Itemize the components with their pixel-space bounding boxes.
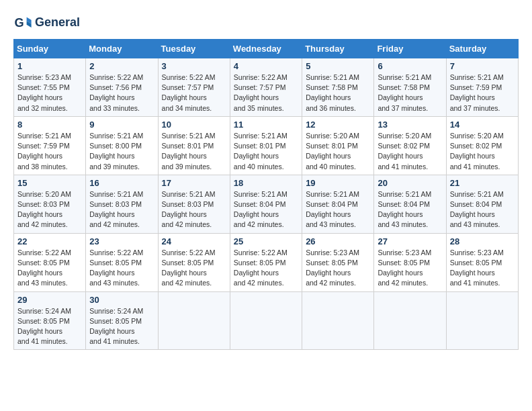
day-info: Sunrise: 5:21 AMSunset: 8:04 PMDaylight … [378, 189, 442, 230]
day-info: Sunrise: 5:21 AMSunset: 7:59 PMDaylight … [450, 73, 515, 113]
day-info: Sunrise: 5:21 AMSunset: 8:04 PMDaylight … [306, 189, 370, 230]
calendar-cell: 27 Sunrise: 5:23 AMSunset: 8:05 PMDaylig… [374, 233, 446, 291]
day-info: Sunrise: 5:22 AMSunset: 7:57 PMDaylight … [162, 73, 226, 113]
weekday-header: Thursday [302, 40, 374, 58]
day-info: Sunrise: 5:21 AMSunset: 7:58 PMDaylight … [306, 73, 370, 113]
day-info: Sunrise: 5:21 AMSunset: 8:04 PMDaylight … [234, 189, 298, 230]
calendar-week-row: 8 Sunrise: 5:21 AMSunset: 7:59 PMDayligh… [14, 116, 519, 175]
day-number: 1 [17, 61, 82, 71]
calendar-cell: 9 Sunrise: 5:21 AMSunset: 8:00 PMDayligh… [86, 116, 158, 175]
day-number: 27 [378, 236, 442, 246]
day-info: Sunrise: 5:21 AMSunset: 8:00 PMDaylight … [89, 131, 154, 172]
calendar-cell: 20 Sunrise: 5:21 AMSunset: 8:04 PMDaylig… [374, 175, 446, 233]
day-number: 18 [234, 178, 298, 188]
calendar-cell: 1 Sunrise: 5:23 AMSunset: 7:55 PMDayligh… [14, 58, 86, 117]
day-info: Sunrise: 5:20 AMSunset: 8:02 PMDaylight … [450, 131, 515, 172]
day-info: Sunrise: 5:24 AMSunset: 8:05 PMDaylight … [89, 306, 154, 347]
day-info: Sunrise: 5:22 AMSunset: 7:57 PMDaylight … [234, 73, 298, 113]
calendar-cell: 28 Sunrise: 5:23 AMSunset: 8:05 PMDaylig… [446, 233, 518, 291]
calendar-cell: 26 Sunrise: 5:23 AMSunset: 8:05 PMDaylig… [302, 233, 374, 291]
calendar-week-row: 15 Sunrise: 5:20 AMSunset: 8:03 PMDaylig… [14, 175, 519, 233]
calendar-table: SundayMondayTuesdayWednesdayThursdayFrid… [13, 39, 519, 350]
calendar-cell [302, 291, 374, 350]
day-info: Sunrise: 5:22 AMSunset: 8:05 PMDaylight … [234, 248, 298, 289]
calendar-cell: 10 Sunrise: 5:21 AMSunset: 8:01 PMDaylig… [158, 116, 230, 175]
calendar-cell: 21 Sunrise: 5:21 AMSunset: 8:04 PMDaylig… [446, 175, 518, 233]
day-number: 24 [162, 236, 226, 246]
day-info: Sunrise: 5:21 AMSunset: 7:58 PMDaylight … [378, 73, 442, 113]
calendar-cell: 25 Sunrise: 5:22 AMSunset: 8:05 PMDaylig… [230, 233, 302, 291]
day-number: 3 [162, 61, 226, 71]
calendar-cell: 2 Sunrise: 5:22 AMSunset: 7:56 PMDayligh… [86, 58, 158, 117]
day-number: 16 [89, 178, 154, 188]
day-info: Sunrise: 5:20 AMSunset: 8:01 PMDaylight … [306, 131, 370, 172]
day-number: 4 [234, 61, 298, 71]
calendar-cell: 23 Sunrise: 5:22 AMSunset: 8:05 PMDaylig… [86, 233, 158, 291]
day-number: 22 [17, 236, 82, 246]
calendar-cell: 13 Sunrise: 5:20 AMSunset: 8:02 PMDaylig… [374, 116, 446, 175]
day-number: 20 [378, 178, 442, 188]
calendar-week-row: 22 Sunrise: 5:22 AMSunset: 8:05 PMDaylig… [14, 233, 519, 291]
day-info: Sunrise: 5:22 AMSunset: 8:05 PMDaylight … [89, 248, 154, 289]
weekday-header: Tuesday [158, 40, 230, 58]
day-number: 15 [17, 178, 82, 188]
calendar-cell: 17 Sunrise: 5:21 AMSunset: 8:03 PMDaylig… [158, 175, 230, 233]
day-number: 21 [450, 178, 515, 188]
calendar-cell [230, 291, 302, 350]
day-info: Sunrise: 5:21 AMSunset: 7:59 PMDaylight … [17, 131, 82, 172]
weekday-header: Saturday [446, 40, 518, 58]
day-info: Sunrise: 5:20 AMSunset: 8:03 PMDaylight … [17, 189, 82, 230]
day-info: Sunrise: 5:23 AMSunset: 8:05 PMDaylight … [450, 248, 515, 289]
calendar-header: SundayMondayTuesdayWednesdayThursdayFrid… [14, 40, 519, 58]
logo-icon: G [13, 13, 32, 32]
weekday-header: Sunday [14, 40, 86, 58]
day-number: 17 [162, 178, 226, 188]
day-number: 7 [450, 61, 515, 71]
calendar-cell: 24 Sunrise: 5:22 AMSunset: 8:05 PMDaylig… [158, 233, 230, 291]
day-number: 23 [89, 236, 154, 246]
day-number: 13 [378, 120, 442, 130]
day-info: Sunrise: 5:22 AMSunset: 7:56 PMDaylight … [89, 73, 154, 113]
day-number: 14 [450, 120, 515, 130]
calendar-week-row: 1 Sunrise: 5:23 AMSunset: 7:55 PMDayligh… [14, 58, 519, 117]
day-info: Sunrise: 5:21 AMSunset: 8:01 PMDaylight … [162, 131, 226, 172]
day-info: Sunrise: 5:21 AMSunset: 8:03 PMDaylight … [162, 189, 226, 230]
day-info: Sunrise: 5:21 AMSunset: 8:01 PMDaylight … [234, 131, 298, 172]
calendar-cell: 5 Sunrise: 5:21 AMSunset: 7:58 PMDayligh… [302, 58, 374, 117]
calendar-cell: 8 Sunrise: 5:21 AMSunset: 7:59 PMDayligh… [14, 116, 86, 175]
calendar-cell [374, 291, 446, 350]
calendar-cell [158, 291, 230, 350]
day-number: 30 [89, 295, 154, 305]
day-number: 26 [306, 236, 370, 246]
day-number: 19 [306, 178, 370, 188]
day-number: 29 [17, 295, 82, 305]
day-info: Sunrise: 5:23 AMSunset: 7:55 PMDaylight … [17, 73, 82, 113]
calendar-cell: 30 Sunrise: 5:24 AMSunset: 8:05 PMDaylig… [86, 291, 158, 350]
day-info: Sunrise: 5:20 AMSunset: 8:02 PMDaylight … [378, 131, 442, 172]
calendar-cell: 11 Sunrise: 5:21 AMSunset: 8:01 PMDaylig… [230, 116, 302, 175]
calendar-cell: 3 Sunrise: 5:22 AMSunset: 7:57 PMDayligh… [158, 58, 230, 117]
day-info: Sunrise: 5:21 AMSunset: 8:04 PMDaylight … [450, 189, 515, 230]
calendar-cell: 19 Sunrise: 5:21 AMSunset: 8:04 PMDaylig… [302, 175, 374, 233]
day-info: Sunrise: 5:21 AMSunset: 8:03 PMDaylight … [89, 189, 154, 230]
day-info: Sunrise: 5:23 AMSunset: 8:05 PMDaylight … [378, 248, 442, 289]
weekday-header: Friday [374, 40, 446, 58]
day-number: 28 [450, 236, 515, 246]
weekday-header: Monday [86, 40, 158, 58]
day-number: 9 [89, 120, 154, 130]
day-number: 25 [234, 236, 298, 246]
day-info: Sunrise: 5:23 AMSunset: 8:05 PMDaylight … [306, 248, 370, 289]
day-number: 10 [162, 120, 226, 130]
calendar-cell: 16 Sunrise: 5:21 AMSunset: 8:03 PMDaylig… [86, 175, 158, 233]
calendar-cell: 12 Sunrise: 5:20 AMSunset: 8:01 PMDaylig… [302, 116, 374, 175]
day-number: 5 [306, 61, 370, 71]
calendar-cell: 4 Sunrise: 5:22 AMSunset: 7:57 PMDayligh… [230, 58, 302, 117]
day-number: 11 [234, 120, 298, 130]
day-number: 8 [17, 120, 82, 130]
calendar-cell: 15 Sunrise: 5:20 AMSunset: 8:03 PMDaylig… [14, 175, 86, 233]
calendar-cell: 14 Sunrise: 5:20 AMSunset: 8:02 PMDaylig… [446, 116, 518, 175]
logo: G General [13, 13, 80, 32]
day-number: 6 [378, 61, 442, 71]
calendar-week-row: 29 Sunrise: 5:24 AMSunset: 8:05 PMDaylig… [14, 291, 519, 350]
page-header: G General [13, 13, 519, 32]
